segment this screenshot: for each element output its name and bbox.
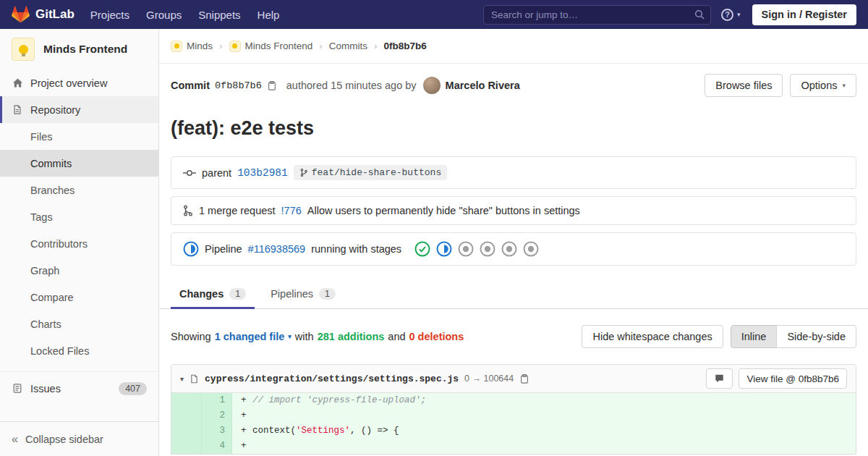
new-line-number[interactable]: 1 bbox=[202, 393, 232, 408]
tab-changes[interactable]: Changes 1 bbox=[171, 282, 255, 309]
parent-commit-box: parent 103b2981 feat/hide-share-buttons bbox=[171, 156, 856, 189]
search-box bbox=[483, 5, 711, 25]
sidebar: Minds Frontend Project overview Reposito… bbox=[0, 29, 159, 456]
collapse-sidebar-button[interactable]: « Collapse sidebar bbox=[0, 421, 158, 456]
sidebar-item-commits[interactable]: Commits bbox=[0, 150, 158, 177]
sidebar-item-label: Issues bbox=[30, 383, 61, 394]
breadcrumb-item-minds[interactable]: Minds bbox=[171, 41, 213, 52]
merge-request-title: Allow users to permanently hide "share" … bbox=[307, 205, 580, 216]
diff-line: 3 +context('Settings', () => { bbox=[171, 423, 856, 439]
breadcrumb-item-commits[interactable]: Commits bbox=[329, 41, 367, 51]
pipeline-mini-graph bbox=[414, 241, 539, 257]
tab-pipelines[interactable]: Pipelines 1 bbox=[262, 282, 344, 309]
issues-count-badge: 407 bbox=[119, 382, 147, 395]
chevron-down-icon: ▾ bbox=[842, 82, 846, 89]
sidebar-item-locked-files[interactable]: Locked Files bbox=[0, 337, 158, 364]
minds-group-avatar bbox=[171, 41, 182, 52]
nav-item-groups[interactable]: Groups bbox=[146, 9, 182, 21]
file-path[interactable]: cypress/integration/settings/settings.sp… bbox=[205, 373, 459, 384]
old-line-number[interactable] bbox=[171, 439, 202, 454]
diff-toolbar: Showing 1 changed file ▾ with 281 additi… bbox=[171, 325, 856, 348]
author-avatar[interactable] bbox=[423, 77, 441, 94]
comment-button[interactable] bbox=[706, 368, 733, 389]
breadcrumb-item-minds-frontend[interactable]: Minds Frontend bbox=[229, 41, 313, 52]
sidebar-item-issues[interactable]: Issues 407 bbox=[0, 375, 158, 402]
hide-whitespace-button[interactable]: Hide whitespace changes bbox=[582, 325, 723, 348]
branch-ref-chip[interactable]: feat/hide-share-buttons bbox=[294, 165, 447, 180]
authored-text: authored 15 minutes ago by bbox=[286, 80, 417, 91]
side-by-side-view-button[interactable]: Side-by-side bbox=[776, 325, 856, 348]
collapse-diff-icon[interactable]: ▾ bbox=[180, 375, 184, 383]
stage-created-icon[interactable] bbox=[480, 241, 495, 257]
chevron-down-icon: ▾ bbox=[737, 11, 741, 18]
sidebar-nav: Project overview Repository Files Commit… bbox=[0, 69, 158, 402]
new-line-number[interactable]: 4 bbox=[202, 439, 232, 454]
sidebar-item-compare[interactable]: Compare bbox=[0, 284, 158, 311]
sidebar-item-files[interactable]: Files bbox=[0, 123, 158, 150]
search-icon[interactable] bbox=[694, 9, 705, 20]
branch-icon bbox=[299, 168, 308, 177]
sidebar-item-contributors[interactable]: Contributors bbox=[0, 230, 158, 257]
new-line-number[interactable]: 3 bbox=[202, 423, 232, 439]
pipeline-running-icon bbox=[183, 241, 199, 257]
chevron-right-icon: › bbox=[319, 41, 323, 51]
showing-label: Showing bbox=[171, 331, 211, 342]
breadcrumb-label: Commits bbox=[329, 41, 367, 51]
sidebar-item-project-overview[interactable]: Project overview bbox=[0, 69, 158, 96]
view-file-button[interactable]: View file @ 0fb8b7b6 bbox=[739, 368, 847, 389]
stage-success-icon[interactable] bbox=[414, 241, 430, 257]
old-line-number[interactable] bbox=[171, 393, 202, 408]
minds-frontend-avatar bbox=[229, 41, 241, 52]
breadcrumb-item-sha: 0fb8b7b6 bbox=[384, 41, 427, 51]
search-input[interactable] bbox=[483, 5, 711, 25]
new-line-number[interactable]: 2 bbox=[202, 408, 232, 423]
breadcrumb-label: Minds bbox=[187, 41, 213, 51]
browse-files-button[interactable]: Browse files bbox=[705, 74, 783, 97]
parent-label: parent bbox=[202, 167, 231, 179]
navbar-menu: Projects Groups Snippets Help bbox=[90, 9, 280, 21]
file-actions: View file @ 0fb8b7b6 bbox=[706, 368, 847, 389]
branch-name: feat/hide-share-buttons bbox=[312, 167, 441, 178]
options-dropdown-button[interactable]: Options ▾ bbox=[790, 74, 856, 97]
sidebar-item-charts[interactable]: Charts bbox=[0, 311, 158, 337]
nav-item-projects[interactable]: Projects bbox=[90, 9, 129, 21]
commit-meta-row: Commit 0fb8b7b6 authored 15 minutes ago … bbox=[171, 74, 856, 97]
nav-item-help[interactable]: Help bbox=[258, 9, 280, 21]
merge-request-link[interactable]: !776 bbox=[281, 205, 302, 216]
project-header-link[interactable]: Minds Frontend bbox=[0, 29, 158, 69]
stage-created-icon[interactable] bbox=[458, 241, 474, 257]
stage-running-icon[interactable] bbox=[436, 241, 452, 257]
sidebar-item-graph[interactable]: Graph bbox=[0, 257, 158, 284]
author-name[interactable]: Marcelo Rivera bbox=[446, 80, 520, 91]
help-icon: ? bbox=[721, 9, 733, 21]
stage-created-icon[interactable] bbox=[501, 241, 517, 257]
parent-sha-link[interactable]: 103b2981 bbox=[237, 167, 288, 179]
file-mode: 0 → 100644 bbox=[464, 373, 514, 384]
project-name: Minds Frontend bbox=[43, 43, 127, 56]
file-icon bbox=[190, 373, 199, 384]
pipeline-label: Pipeline bbox=[205, 243, 242, 255]
old-line-number[interactable] bbox=[171, 408, 202, 423]
merge-request-icon bbox=[183, 205, 193, 216]
copy-sha-button[interactable] bbox=[267, 80, 277, 91]
sign-in-button[interactable]: Sign in / Register bbox=[752, 4, 856, 25]
changed-files-dropdown[interactable]: 1 changed file ▾ bbox=[215, 331, 292, 342]
help-dropdown[interactable]: ? ▾ bbox=[721, 9, 741, 21]
pipeline-id-link[interactable]: #116938569 bbox=[248, 243, 306, 255]
brand-name: GitLab bbox=[35, 7, 75, 22]
diff-mode-toggle: Inline Side-by-side bbox=[731, 325, 856, 348]
sidebar-item-branches[interactable]: Branches bbox=[0, 177, 158, 203]
top-navbar: GitLab Projects Groups Snippets Help ? ▾… bbox=[0, 0, 868, 29]
sidebar-item-tags[interactable]: Tags bbox=[0, 203, 158, 230]
commit-tabs: Changes 1 Pipelines 1 bbox=[159, 282, 868, 309]
copy-path-button[interactable] bbox=[519, 373, 529, 384]
sidebar-item-repository[interactable]: Repository bbox=[0, 96, 158, 123]
old-line-number[interactable] bbox=[171, 423, 202, 439]
collapse-icon: « bbox=[12, 434, 18, 445]
gitlab-home-link[interactable]: GitLab bbox=[12, 6, 75, 23]
stage-created-icon[interactable] bbox=[523, 241, 539, 257]
nav-item-snippets[interactable]: Snippets bbox=[198, 9, 240, 21]
deletions-count: 0 deletions bbox=[409, 331, 464, 342]
inline-view-button[interactable]: Inline bbox=[731, 325, 778, 348]
merge-request-count: 1 merge request bbox=[199, 205, 276, 216]
